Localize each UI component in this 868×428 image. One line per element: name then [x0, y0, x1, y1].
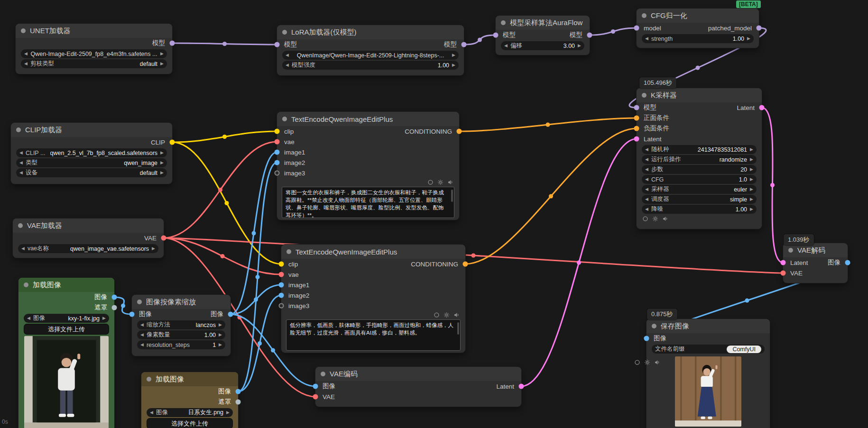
combo-prev-icon[interactable]: ◀ — [645, 157, 648, 162]
widget-scheduler[interactable]: ◀ 调度器 simple ▶ — [642, 195, 757, 204]
input-pin-latent[interactable] — [634, 137, 639, 142]
input-pin-image2[interactable] — [275, 160, 280, 165]
output-pin-latent[interactable] — [519, 384, 524, 389]
node-load-image-1[interactable]: 加载图像 图像 遮罩 ◀ 图像 kxy-1-fix.jpg ▶ 选择文件上传 — [18, 278, 114, 428]
widget-image-file[interactable]: ◀ 图像 kxy-1-fix.jpg ▶ — [24, 314, 109, 323]
output-pin-latent[interactable] — [759, 105, 765, 110]
widget-scale-method[interactable]: ◀ 缩放方法 lanczos ▶ — [137, 320, 225, 329]
gear-icon[interactable] — [644, 359, 650, 365]
output-pin-model[interactable] — [462, 42, 467, 47]
input-pin-image[interactable] — [313, 384, 318, 389]
bypass-icon[interactable] — [634, 359, 640, 365]
combo-prev-icon[interactable]: ◀ — [24, 62, 28, 66]
combo-prev-icon[interactable]: ◀ — [645, 207, 648, 211]
combo-prev-icon[interactable]: ◀ — [19, 171, 23, 175]
input-pin-vae[interactable] — [279, 272, 284, 277]
combo-prev-icon[interactable]: ◀ — [140, 333, 144, 337]
node-image-scale-by-pixels[interactable]: 图像按像素缩放 图像 图像 ◀ 缩放方法 lanczos ▶ ◀ 像素数量 1.… — [132, 295, 231, 356]
node-text-encode-negative[interactable]: TextEncodeQwenImageEditPlus clip CONDITI… — [281, 245, 465, 353]
widget-vae-name[interactable]: ◀ vae名称 qwen_image_vae.safetensors ▶ — [18, 244, 158, 253]
output-pin-conditioning[interactable] — [457, 129, 462, 134]
node-title-bar[interactable]: TextEncodeQwenImageEditPlus — [277, 112, 459, 126]
combo-prev-icon[interactable]: ◀ — [19, 161, 23, 165]
combo-next-icon[interactable]: ▶ — [219, 343, 222, 347]
widget-model-strength[interactable]: ◀ 模型强度 1.00 ▶ — [282, 61, 459, 70]
input-pin-image[interactable] — [129, 312, 135, 317]
combo-prev-icon[interactable]: ◀ — [140, 343, 144, 347]
widget-lora-name[interactable]: ◀ QwenImage/Qwen-Image-Edit-2509-Lightni… — [282, 51, 459, 60]
gear-icon[interactable] — [652, 216, 658, 222]
node-title-bar[interactable]: 加载图像 — [18, 278, 114, 292]
combo-prev-icon[interactable]: ◀ — [504, 44, 508, 48]
collapse-dot-icon[interactable] — [18, 223, 23, 228]
collapse-dot-icon[interactable] — [642, 93, 646, 98]
node-model-sampling-auraflow[interactable]: 模型采样算法AuraFlow 模型 模型 ◀ 偏移 3.00 ▶ — [496, 16, 590, 55]
node-title-bar[interactable]: K采样器 — [637, 88, 762, 102]
input-pin-image1[interactable] — [275, 150, 280, 155]
widget-seed[interactable]: ◀ 随机种 241347835312081 ▶ — [642, 145, 757, 154]
input-pin-vae[interactable] — [313, 394, 318, 400]
combo-prev-icon[interactable]: ◀ — [19, 151, 23, 155]
combo-next-icon[interactable]: ▶ — [219, 333, 222, 337]
node-title-bar[interactable]: TextEncodeQwenImageEditPlus — [281, 245, 465, 259]
combo-next-icon[interactable]: ▶ — [160, 62, 164, 66]
node-lora-loader[interactable]: LoRA加载器(仅模型) 模型 模型 ◀ QwenImage/Qwen-Imag… — [277, 25, 464, 75]
combo-prev-icon[interactable]: ◀ — [645, 197, 648, 201]
speaker-icon[interactable] — [654, 359, 660, 365]
output-pin-mask[interactable] — [112, 305, 117, 310]
combo-next-icon[interactable]: ▶ — [160, 171, 164, 175]
combo-next-icon[interactable]: ▶ — [578, 44, 581, 48]
combo-prev-icon[interactable]: ◀ — [645, 167, 648, 172]
gear-icon[interactable] — [437, 179, 443, 185]
node-title-bar[interactable]: UNET加载器 — [16, 24, 172, 38]
combo-prev-icon[interactable]: ◀ — [645, 36, 648, 41]
output-pin-mask[interactable] — [236, 400, 241, 405]
output-pin-model[interactable] — [170, 41, 175, 46]
input-pin-clip[interactable] — [279, 262, 284, 267]
node-ksampler[interactable]: K采样器 模型 Latent 正面条件 负面条件 Latent ◀ 随机种 24… — [637, 88, 762, 229]
node-load-image-2[interactable]: 加载图像 图像 遮罩 ◀ 图像 日系女生.png ▶ 选择文件上传 — [141, 372, 238, 428]
combo-next-icon[interactable]: ▶ — [160, 151, 164, 155]
combo-prev-icon[interactable]: ◀ — [21, 246, 25, 251]
widget-sampler[interactable]: ◀ 采样器 euler ▶ — [642, 185, 757, 194]
node-cfg-norm[interactable]: CFG归一化 model patched_model ◀ strength 1.… — [637, 9, 759, 48]
combo-next-icon[interactable]: ▶ — [747, 36, 750, 41]
combo-prev-icon[interactable]: ◀ — [150, 410, 153, 415]
speaker-icon[interactable] — [447, 179, 453, 185]
input-pin-latent[interactable] — [781, 260, 786, 265]
output-pin-conditioning[interactable] — [463, 262, 468, 267]
input-pin-positive[interactable] — [634, 116, 639, 121]
widget-steps[interactable]: ◀ 步数 20 ▶ — [642, 165, 757, 174]
comfyui-graph-canvas[interactable]: UNET加载器 模型 ◀ Qwen-Image-Edit-2509_fp8_e4… — [0, 0, 868, 428]
collapse-dot-icon[interactable] — [652, 324, 656, 328]
input-pin-image3[interactable] — [275, 171, 280, 176]
combo-next-icon[interactable]: ▶ — [160, 52, 164, 56]
node-title-bar[interactable]: 保存图像 — [646, 319, 770, 333]
combo-next-icon[interactable]: ▶ — [750, 207, 753, 211]
input-pin-clip[interactable] — [275, 129, 280, 134]
prompt-textarea[interactable]: 将图一女生的衣服和裤子，换成图二女生的衣服和鞋子，鞋子换成高跟鞋。**禁止改变人… — [282, 187, 454, 218]
combo-prev-icon[interactable]: ◀ — [286, 63, 289, 67]
input-pin-model[interactable] — [493, 33, 499, 38]
node-clip-loader[interactable]: CLIP加载器 CLIP ◀ CLIP ... qwen_2.5_vl_7b_f… — [11, 123, 172, 184]
collapse-dot-icon[interactable] — [21, 28, 26, 33]
node-title-bar[interactable]: VAE加载器 — [13, 219, 164, 233]
combo-prev-icon[interactable]: ◀ — [140, 323, 144, 327]
node-title-bar[interactable]: VAE编码 — [315, 367, 521, 381]
widget-image-file[interactable]: ◀ 图像 日系女生.png ▶ — [147, 408, 233, 417]
widget-strength[interactable]: ◀ strength 1.00 ▶ — [642, 34, 754, 43]
input-pin-vae[interactable] — [275, 139, 280, 145]
widget-clip-name[interactable]: ◀ CLIP ... qwen_2.5_vl_7b_fp8_scaled.saf… — [16, 148, 167, 157]
output-pin-image[interactable] — [112, 295, 117, 300]
output-pin-vae[interactable] — [161, 236, 166, 241]
combo-next-icon[interactable]: ▶ — [750, 157, 753, 162]
node-unet-loader[interactable]: UNET加载器 模型 ◀ Qwen-Image-Edit-2509_fp8_e4… — [16, 24, 172, 74]
combo-next-icon[interactable]: ▶ — [750, 197, 753, 201]
combo-next-icon[interactable]: ▶ — [452, 53, 455, 57]
combo-next-icon[interactable]: ▶ — [219, 323, 222, 327]
node-title-bar[interactable]: LoRA加载器(仅模型) — [277, 25, 464, 39]
node-text-encode-positive[interactable]: TextEncodeQwenImageEditPlus clip CONDITI… — [277, 112, 459, 220]
input-pin-vae[interactable] — [781, 271, 786, 276]
speaker-icon[interactable] — [453, 312, 460, 318]
combo-next-icon[interactable]: ▶ — [160, 161, 164, 165]
